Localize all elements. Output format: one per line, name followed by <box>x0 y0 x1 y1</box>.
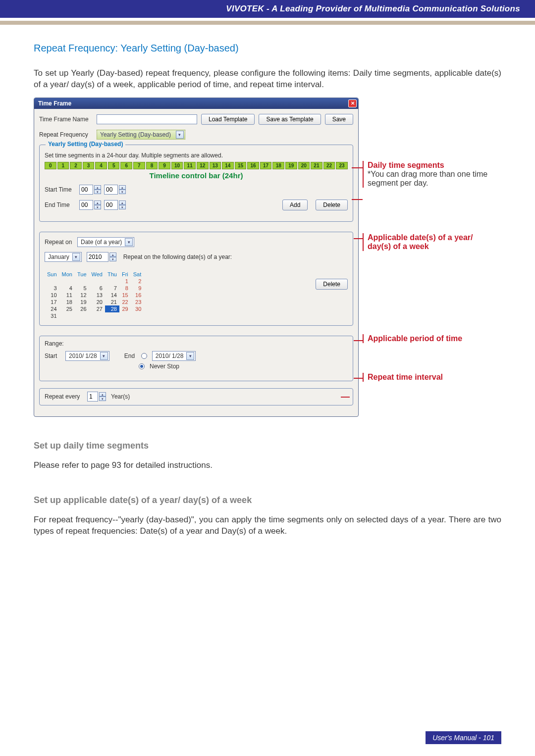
calendar-day[interactable]: 20 <box>89 299 105 305</box>
start-hour-stepper[interactable]: ▴▾ <box>79 185 101 195</box>
end-hour-input[interactable] <box>79 200 93 210</box>
calendar-day[interactable]: 6 <box>89 285 105 292</box>
timeline-hour[interactable]: 19 <box>285 162 297 169</box>
timeline-hour[interactable]: 22 <box>323 162 335 169</box>
timeline-hour[interactable]: 13 <box>210 162 221 169</box>
time-frame-name-input[interactable] <box>97 114 197 124</box>
timeline-hour[interactable]: 0 <box>45 162 56 169</box>
down-icon[interactable]: ▾ <box>119 190 126 194</box>
timeline-hour[interactable]: 6 <box>120 162 132 169</box>
calendar-day[interactable]: 24 <box>45 305 59 312</box>
add-button[interactable]: Add <box>282 200 308 210</box>
timeline-hour[interactable]: 16 <box>247 162 259 169</box>
delete-segment-button[interactable]: Delete <box>316 200 348 210</box>
down-icon[interactable]: ▾ <box>99 397 106 401</box>
calendar-day[interactable]: 2 <box>131 278 144 285</box>
save-button[interactable]: Save <box>325 114 353 125</box>
up-icon[interactable]: ▴ <box>99 392 106 397</box>
timeline-hour[interactable]: 23 <box>336 162 348 169</box>
calendar-day[interactable]: 7 <box>105 285 119 292</box>
calendar-day[interactable]: 31 <box>45 312 59 319</box>
start-min-input[interactable] <box>104 185 118 195</box>
save-as-template-button[interactable]: Save as Template <box>259 114 321 125</box>
timeline-hour[interactable]: 21 <box>311 162 322 169</box>
end-date-radio[interactable] <box>141 353 147 359</box>
start-hour-input[interactable] <box>79 185 93 195</box>
calendar-day[interactable]: 28 <box>105 305 119 312</box>
timeline-hour[interactable]: 15 <box>235 162 247 169</box>
calendar-day[interactable]: 19 <box>75 299 89 305</box>
up-icon[interactable]: ▴ <box>94 201 101 205</box>
timeline-hour[interactable]: 17 <box>260 162 272 169</box>
calendar-day[interactable]: 23 <box>131 299 144 305</box>
repeat-every-stepper[interactable]: ▴▾ <box>87 392 106 402</box>
calendar-day[interactable]: 3 <box>45 285 59 292</box>
start-min-stepper[interactable]: ▴▾ <box>104 185 126 195</box>
end-min-stepper[interactable]: ▴▾ <box>104 200 126 210</box>
repeat-frequency-select[interactable]: Yearly Setting (Day-based) ▾ <box>97 130 185 140</box>
down-icon[interactable]: ▾ <box>119 205 126 209</box>
timeline-hour[interactable]: 20 <box>298 162 310 169</box>
up-icon[interactable]: ▴ <box>94 185 101 190</box>
timeline-hour[interactable]: 1 <box>57 162 69 169</box>
timeline-hour[interactable]: 3 <box>83 162 95 169</box>
timeline-hour[interactable]: 9 <box>159 162 170 169</box>
year-input[interactable] <box>87 252 108 262</box>
repeat-on-value: Date (of a year) <box>81 239 122 246</box>
load-template-button[interactable]: Load Template <box>201 114 255 125</box>
timeline-hour[interactable]: 4 <box>95 162 107 169</box>
never-stop-radio[interactable] <box>139 363 145 369</box>
range-end-value: 2010/ 1/28 <box>156 353 184 359</box>
calendar[interactable]: SunMonTueWedThuFriSat1234567891011121314… <box>45 271 144 319</box>
timeline-hour[interactable]: 7 <box>133 162 145 169</box>
down-icon[interactable]: ▾ <box>94 205 101 209</box>
repeat-on-select[interactable]: Date (of a year) ▾ <box>77 237 134 247</box>
range-start-date[interactable]: 2010/ 1/28 ▾ <box>65 351 109 361</box>
calendar-day[interactable]: 21 <box>105 299 119 305</box>
calendar-day[interactable]: 9 <box>131 285 144 292</box>
connector-icon <box>352 199 363 200</box>
timeline-hour[interactable]: 2 <box>70 162 82 169</box>
up-icon[interactable]: ▴ <box>109 252 116 257</box>
timeline-hour[interactable]: 10 <box>171 162 183 169</box>
close-icon[interactable]: ✕ <box>348 100 357 107</box>
calendar-day[interactable]: 22 <box>119 299 131 305</box>
month-select[interactable]: January ▾ <box>45 252 82 262</box>
calendar-day[interactable]: 15 <box>119 292 131 299</box>
calendar-day[interactable]: 16 <box>131 292 144 299</box>
timeline-hour[interactable]: 18 <box>272 162 284 169</box>
timeline-hour[interactable]: 8 <box>146 162 158 169</box>
calendar-day[interactable]: 1 <box>119 278 131 285</box>
timeline-hour[interactable]: 14 <box>222 162 234 169</box>
calendar-day[interactable]: 26 <box>75 305 89 312</box>
timeline-hour[interactable]: 11 <box>184 162 196 169</box>
calendar-day[interactable]: 10 <box>45 292 59 299</box>
timeline-control[interactable]: 01234567891011121314151617181920212223 <box>45 162 348 169</box>
up-icon[interactable]: ▴ <box>119 201 126 205</box>
down-icon[interactable]: ▾ <box>109 257 116 261</box>
calendar-day[interactable]: 5 <box>75 285 89 292</box>
delete-date-button[interactable]: Delete <box>316 279 348 290</box>
calendar-day[interactable]: 29 <box>119 305 131 312</box>
calendar-day[interactable]: 13 <box>89 292 105 299</box>
calendar-day[interactable]: 17 <box>45 299 59 305</box>
up-icon[interactable]: ▴ <box>119 185 126 190</box>
calendar-day[interactable]: 11 <box>59 292 75 299</box>
timeline-hour[interactable]: 5 <box>108 162 120 169</box>
down-icon[interactable]: ▾ <box>94 190 101 194</box>
calendar-day[interactable]: 12 <box>75 292 89 299</box>
calendar-day[interactable]: 25 <box>59 305 75 312</box>
calendar-day[interactable]: 4 <box>59 285 75 292</box>
calendar-day[interactable]: 27 <box>89 305 105 312</box>
calendar-day[interactable]: 8 <box>119 285 131 292</box>
calendar-day[interactable]: 14 <box>105 292 119 299</box>
calendar-day[interactable]: 30 <box>131 305 144 312</box>
end-hour-stepper[interactable]: ▴▾ <box>79 200 101 210</box>
repeat-every-input[interactable] <box>87 392 98 402</box>
year-stepper[interactable]: ▴▾ <box>87 252 116 262</box>
end-min-input[interactable] <box>104 200 118 210</box>
range-end-date[interactable]: 2010/ 1/28 ▾ <box>152 351 196 361</box>
page-header: VIVOTEK - A Leading Provider of Multimed… <box>0 0 535 18</box>
timeline-hour[interactable]: 12 <box>197 162 209 169</box>
calendar-day[interactable]: 18 <box>59 299 75 305</box>
